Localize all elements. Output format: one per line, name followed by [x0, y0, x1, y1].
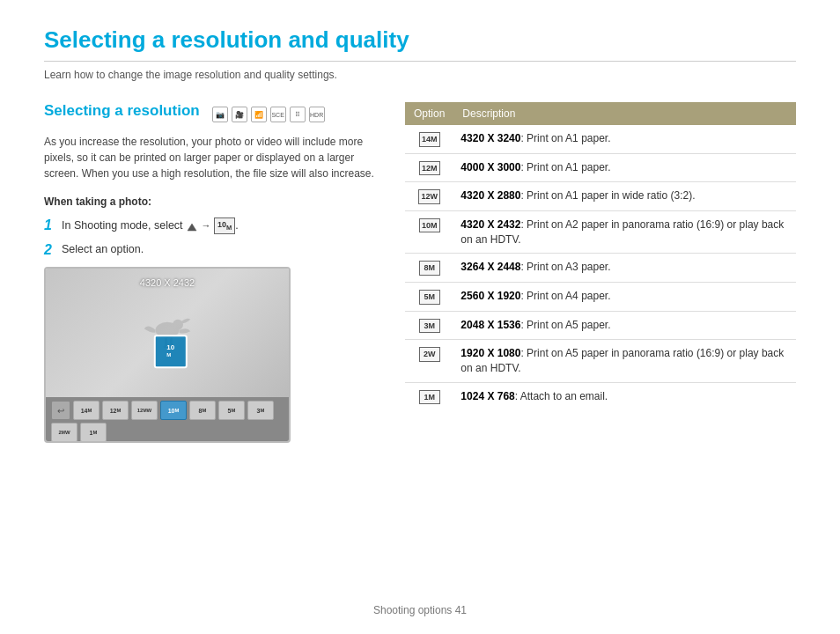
- table-row: 1M 1024 X 768: Attach to an email.: [405, 382, 796, 410]
- option-resolution: 1920 X 1080: [461, 347, 520, 359]
- toolbar-5m[interactable]: 5M: [218, 401, 245, 420]
- step-1: 1 In Shooting mode, select → 10M.: [44, 217, 379, 234]
- right-column: Option Description 14M 4320 X 3240: Prin…: [405, 102, 796, 443]
- toolbar-1m[interactable]: 1M: [80, 423, 107, 442]
- video-icon: 🎥: [232, 107, 247, 122]
- table-header-row: Option Description: [405, 102, 796, 125]
- step-1-text: In Shooting mode, select → 10M.: [62, 217, 239, 234]
- table-row: 14M 4320 X 3240: Print on A1 paper.: [405, 125, 796, 153]
- header-description: Description: [453, 102, 796, 125]
- option-icon-cell: 5M: [405, 282, 453, 311]
- section-title: Selecting a resolution: [44, 102, 200, 120]
- option-description: 2048 X 1536: Print on A5 paper.: [453, 311, 796, 340]
- step-2: 2 Select an option.: [44, 241, 379, 258]
- table-row: 5M 2560 X 1920: Print on A4 paper.: [405, 282, 796, 311]
- option-icon: 10M: [419, 218, 440, 233]
- toolbar-14m[interactable]: 14M: [73, 401, 99, 420]
- selected-resolution-icon: 10M: [154, 335, 188, 369]
- option-icon: 14M: [419, 132, 440, 147]
- options-table: Option Description 14M 4320 X 3240: Prin…: [405, 102, 796, 410]
- left-column: Selecting a resolution 📷 🎥 📶 SCE ⠿ HDR A…: [44, 102, 379, 443]
- option-resolution: 4000 X 3000: [461, 161, 520, 173]
- burst-icon: ⠿: [290, 107, 306, 122]
- header-option: Option: [405, 102, 453, 125]
- option-icon: 2W: [419, 347, 440, 362]
- scene-icon: SCE: [270, 107, 286, 122]
- camera-screen: 4320 X 2432 10M ↩ 14M 12M 12MW 10M 8M 5M…: [44, 267, 291, 443]
- step-2-number: 2: [44, 241, 56, 258]
- table-row: 8M 3264 X 2448: Print on A3 paper.: [405, 254, 796, 283]
- option-resolution: 2048 X 1536: [461, 319, 520, 331]
- option-icon-cell: 8M: [405, 254, 453, 283]
- table-row: 3M 2048 X 1536: Print on A5 paper.: [405, 311, 796, 340]
- option-icon-cell: 2W: [405, 340, 453, 383]
- option-description: 4000 X 3000: Print on A1 paper.: [453, 153, 796, 182]
- option-description: 4320 X 2432: Print on A2 paper in panora…: [453, 210, 796, 254]
- option-icon-cell: 10M: [405, 210, 453, 254]
- option-description: 4320 X 2880: Print on A1 paper in wide r…: [453, 182, 796, 211]
- table-row: 2W 1920 X 1080: Print on A5 paper in pan…: [405, 340, 796, 383]
- option-icon-cell: 3M: [405, 311, 453, 340]
- page-container: Selecting a resolution and quality Learn…: [0, 0, 840, 496]
- option-resolution: 3264 X 2448: [461, 261, 520, 273]
- option-resolution: 1024 X 768: [461, 390, 514, 402]
- back-button[interactable]: ↩: [51, 401, 70, 420]
- wifi-icon: 📶: [251, 107, 267, 122]
- camera-icon: 📷: [212, 107, 228, 122]
- option-resolution: 4320 X 3240: [461, 132, 520, 144]
- option-icon-cell: 12M: [405, 153, 453, 182]
- option-resolution: 4320 X 2880: [461, 189, 520, 202]
- toolbar-12m[interactable]: 12M: [102, 401, 129, 420]
- page-footer: Shooting options 41: [0, 604, 840, 616]
- toolbar-2w[interactable]: 2MW: [51, 423, 77, 442]
- subtitle: Learn how to change the image resolution…: [44, 69, 796, 81]
- table-row: 12W 4320 X 2880: Print on A1 paper in wi…: [405, 182, 796, 211]
- option-resolution: 4320 X 2432: [461, 218, 520, 231]
- toolbar-12w[interactable]: 12MW: [131, 401, 158, 420]
- option-description: 4320 X 3240: Print on A1 paper.: [453, 125, 796, 153]
- option-icon-cell: 14M: [405, 125, 453, 153]
- toolbar-8m[interactable]: 8M: [189, 401, 216, 420]
- option-icon: 5M: [419, 290, 440, 305]
- option-icon-cell: 1M: [405, 382, 453, 410]
- step-1-number: 1: [44, 217, 56, 233]
- mountain-icon: [186, 220, 198, 232]
- option-description: 3264 X 2448: Print on A3 paper.: [453, 254, 796, 283]
- toolbar-3m[interactable]: 3M: [247, 401, 274, 420]
- when-label: When taking a photo:: [44, 195, 379, 208]
- camera-toolbar: ↩ 14M 12M 12MW 10M 8M 5M 3M 2MW 1M: [46, 397, 289, 441]
- option-resolution: 2560 X 1920: [461, 290, 520, 302]
- option-description: 2560 X 1920: Print on A4 paper.: [453, 282, 796, 311]
- option-icon: 1M: [419, 390, 440, 405]
- option-description: 1024 X 768: Attach to an email.: [453, 382, 796, 410]
- section-description: As you increase the resolution, your pho…: [44, 134, 379, 181]
- toolbar-10m-active[interactable]: 10M: [160, 401, 187, 420]
- step-2-text: Select an option.: [62, 241, 144, 258]
- option-icon: 12W: [418, 189, 440, 204]
- option-icon: 3M: [419, 319, 440, 334]
- svg-point-2: [173, 320, 183, 330]
- resolution-button-icon: 10M: [214, 217, 235, 234]
- table-row: 10M 4320 X 2432: Print on A2 paper in pa…: [405, 210, 796, 254]
- section-icons: 📷 🎥 📶 SCE ⠿ HDR: [212, 107, 325, 122]
- option-description: 1920 X 1080: Print on A5 paper in panora…: [453, 340, 796, 383]
- arrow-icon: →: [202, 219, 211, 232]
- table-row: 12M 4000 X 3000: Print on A1 paper.: [405, 153, 796, 182]
- main-title: Selecting a resolution and quality: [44, 26, 796, 62]
- content-area: Selecting a resolution 📷 🎥 📶 SCE ⠿ HDR A…: [44, 102, 796, 443]
- option-icon: 12M: [419, 161, 440, 176]
- svg-marker-0: [188, 224, 196, 231]
- resolution-label: 4320 X 2432: [140, 277, 195, 288]
- option-icon: 8M: [419, 261, 440, 276]
- hdr-icon: HDR: [309, 107, 325, 122]
- option-icon-cell: 12W: [405, 182, 453, 211]
